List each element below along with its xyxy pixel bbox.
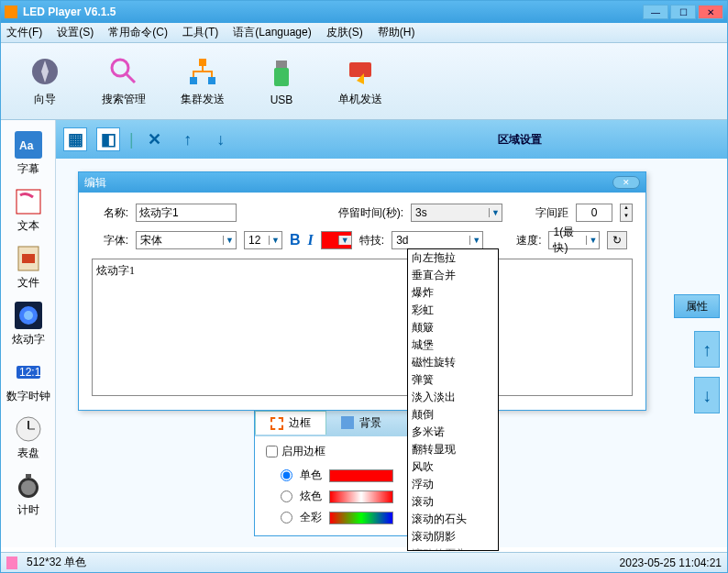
search-manage-button[interactable]: 搜索管理 (89, 49, 159, 114)
svg-line-2 (127, 74, 135, 83)
sidebar-file[interactable]: 文件 (1, 239, 55, 296)
usb-icon (265, 57, 298, 90)
minimize-button[interactable]: — (643, 5, 668, 19)
radio-dazzle[interactable] (281, 490, 292, 502)
svg-point-16 (24, 311, 33, 320)
status-icon (6, 556, 17, 569)
effect-dropdown-list[interactable]: 向左拖拉垂直合并爆炸彩虹颠簸城堡磁性旋转弹簧淡入淡出颠倒多米诺翻转显现风吹浮动滚… (407, 248, 499, 551)
speed-label: 速度: (516, 233, 541, 248)
status-time: 2023-05-25 11:04:21 (620, 556, 722, 569)
dialog-title: 编辑 (84, 175, 612, 191)
effect-option[interactable]: 颠簸 (408, 319, 498, 336)
maximize-button[interactable]: ☐ (670, 5, 696, 19)
gap-input[interactable] (576, 204, 612, 222)
effect-option[interactable]: 向左拖拉 (408, 249, 498, 267)
gap-spinner[interactable]: ▲▼ (620, 204, 633, 222)
wizard-button[interactable]: 向导 (10, 49, 80, 114)
sidebar-clock[interactable]: 12:12数字时钟 (1, 353, 55, 410)
svg-rect-7 (274, 68, 289, 86)
effect-option[interactable]: 滚动 (408, 493, 498, 511)
dialog-close-button[interactable]: ✕ (612, 176, 640, 189)
sidebar-text[interactable]: 文本 (1, 182, 55, 239)
close-button[interactable]: ✕ (698, 5, 723, 19)
region-down-button[interactable]: ↓ (694, 377, 720, 413)
svg-text:12:12: 12:12 (19, 366, 42, 379)
digital-clock-icon: 12:12 (15, 358, 42, 386)
fontsize-combo[interactable]: 12▼ (244, 231, 282, 249)
move-down-button[interactable]: ↓ (209, 127, 233, 151)
font-combo[interactable]: 宋体▼ (136, 231, 237, 249)
effect-option[interactable]: 弹簧 (408, 371, 498, 389)
menu-language[interactable]: 语言(Language) (233, 25, 311, 40)
tab-background[interactable]: 背景 (326, 412, 396, 435)
menu-file[interactable]: 文件(F) (6, 25, 42, 40)
menu-help[interactable]: 帮助(H) (378, 25, 415, 40)
effect-option[interactable]: 淡入淡出 (408, 389, 498, 406)
cluster-send-button[interactable]: 集群发送 (168, 49, 237, 114)
effect-option[interactable]: 滚动的石头 (408, 545, 498, 551)
effect-option[interactable]: 磁性旋转 (408, 354, 498, 371)
usb-button[interactable]: USB (247, 49, 316, 114)
stay-combo[interactable]: 3s▼ (411, 204, 502, 222)
svg-rect-6 (276, 61, 287, 68)
chevron-down-icon: ▼ (586, 236, 599, 245)
effect-option[interactable]: 彩虹 (408, 302, 498, 319)
svg-rect-3 (199, 59, 206, 66)
region-up-button[interactable]: ↑ (694, 331, 720, 368)
effect-option[interactable]: 滚动阴影 (408, 528, 498, 545)
menu-settings[interactable]: 设置(S) (57, 25, 94, 40)
speed-combo[interactable]: 1(最快)▼ (548, 231, 600, 249)
sidebar-timer[interactable]: 计时 (1, 467, 55, 523)
properties-tab[interactable]: 属性 (674, 294, 720, 318)
sidebar-cooltext[interactable]: 炫动字 (1, 296, 55, 353)
font-label: 字体: (92, 233, 128, 248)
menu-tools[interactable]: 工具(T) (182, 25, 218, 40)
color-bar-full[interactable] (329, 512, 393, 524)
tab-border[interactable]: 边框 (255, 411, 326, 435)
sidebar-dial[interactable]: 表盘 (1, 410, 55, 467)
dial-icon (15, 415, 42, 443)
status-bar: 512*32 单色 2023-05-25 11:04:21 (1, 552, 727, 572)
stay-label: 停留时间(秒): (338, 205, 403, 221)
single-send-button[interactable]: 单机发送 (325, 49, 395, 114)
toolbar: 向导 搜索管理 集群发送 USB 单机发送 (1, 43, 727, 120)
effect-option[interactable]: 浮动 (408, 476, 498, 493)
delete-button[interactable]: ✕ (143, 127, 167, 151)
sidebar-caption[interactable]: Aa字幕 (1, 126, 55, 182)
edit-dialog: 编辑 ✕ 名称: 停留时间(秒): 3s▼ 字间距 ▲▼ 字体: 宋体▼ 12▼… (78, 171, 646, 411)
color-bar-dazzle[interactable] (329, 490, 393, 503)
chevron-down-icon: ▼ (223, 236, 236, 245)
name-input[interactable] (136, 204, 237, 222)
compass-icon (28, 55, 61, 88)
menu-common[interactable]: 常用命令(C) (108, 25, 168, 40)
color-picker[interactable]: ▼ (321, 231, 352, 249)
effect-option[interactable]: 爆炸 (408, 284, 498, 302)
sidebar: Aa字幕 文本 文件 炫动字 12:12数字时钟 表盘 计时 (1, 120, 56, 547)
text-icon (15, 188, 42, 215)
content-textarea[interactable] (92, 259, 633, 396)
bold-button[interactable]: B (290, 232, 301, 248)
effect-option[interactable]: 翻转显现 (408, 441, 498, 458)
effect-option[interactable]: 多米诺 (408, 424, 498, 441)
effect-option[interactable]: 风吹 (408, 458, 498, 476)
svg-point-1 (112, 60, 128, 76)
radio-fullcolor[interactable] (281, 512, 292, 523)
effect-option[interactable]: 颠倒 (408, 406, 498, 424)
window-title: LED Player V6.1.5 (23, 6, 643, 18)
layout-a-button[interactable]: ▦ (63, 127, 87, 151)
effect-combo[interactable]: 3d▼ (392, 231, 483, 249)
device-send-icon (344, 55, 377, 88)
color-bar-single[interactable] (329, 469, 393, 482)
italic-button[interactable]: I (308, 232, 314, 248)
refresh-button[interactable]: ↻ (607, 231, 627, 249)
move-up-button[interactable]: ↑ (176, 127, 200, 151)
effect-option[interactable]: 滚动的石头 (408, 511, 498, 528)
radio-single[interactable] (281, 469, 292, 481)
enable-border-checkbox[interactable]: 启用边框 (266, 444, 425, 459)
menu-skin[interactable]: 皮肤(S) (326, 25, 363, 40)
effect-option[interactable]: 城堡 (408, 336, 498, 354)
caption-icon: Aa (15, 131, 42, 159)
layout-b-button[interactable]: ◧ (96, 127, 120, 151)
effect-option[interactable]: 垂直合并 (408, 267, 498, 284)
svg-rect-13 (22, 254, 35, 263)
